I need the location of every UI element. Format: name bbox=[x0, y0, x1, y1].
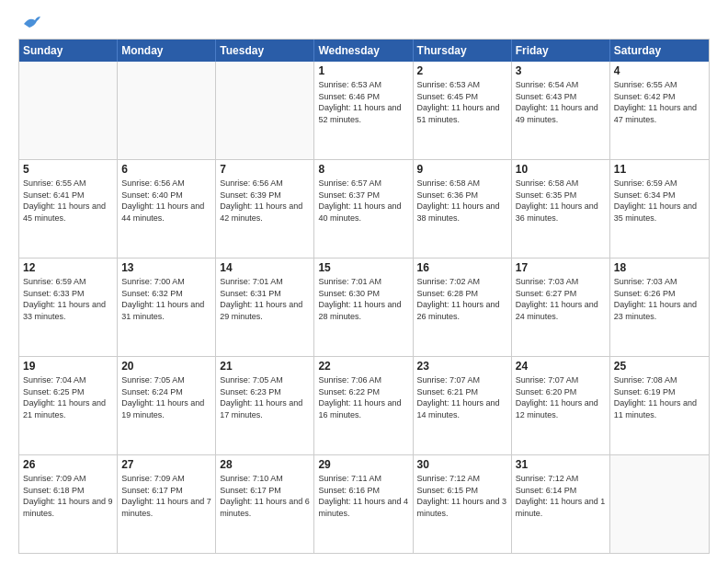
weekday-header-tuesday: Tuesday bbox=[216, 40, 314, 62]
day-number: 19 bbox=[23, 360, 113, 373]
day-number: 5 bbox=[23, 163, 113, 176]
day-number: 2 bbox=[417, 64, 507, 77]
day-number: 1 bbox=[318, 64, 408, 77]
weekday-header-friday: Friday bbox=[512, 40, 610, 62]
weekday-header-thursday: Thursday bbox=[414, 40, 512, 62]
day-number: 8 bbox=[318, 163, 408, 176]
day-number: 25 bbox=[614, 360, 705, 373]
sun-info: Sunrise: 7:10 AMSunset: 6:17 PMDaylight:… bbox=[220, 473, 310, 519]
day-cell-21: 21Sunrise: 7:05 AMSunset: 6:23 PMDayligh… bbox=[216, 357, 314, 454]
day-cell-24: 24Sunrise: 7:07 AMSunset: 6:20 PMDayligh… bbox=[512, 357, 610, 454]
day-cell-26: 26Sunrise: 7:09 AMSunset: 6:18 PMDayligh… bbox=[19, 455, 118, 553]
day-number: 15 bbox=[318, 261, 408, 274]
sun-info: Sunrise: 6:56 AMSunset: 6:40 PMDaylight:… bbox=[121, 178, 211, 224]
calendar-header: SundayMondayTuesdayWednesdayThursdayFrid… bbox=[19, 40, 709, 62]
day-cell-20: 20Sunrise: 7:05 AMSunset: 6:24 PMDayligh… bbox=[118, 357, 216, 454]
day-cell-15: 15Sunrise: 7:01 AMSunset: 6:30 PMDayligh… bbox=[314, 259, 413, 356]
sun-info: Sunrise: 7:08 AMSunset: 6:19 PMDaylight:… bbox=[614, 374, 705, 420]
day-number: 22 bbox=[318, 360, 408, 373]
empty-cell bbox=[610, 455, 709, 553]
empty-cell bbox=[19, 62, 118, 159]
day-number: 18 bbox=[614, 261, 705, 274]
day-cell-8: 8Sunrise: 6:57 AMSunset: 6:37 PMDaylight… bbox=[314, 160, 413, 258]
day-cell-11: 11Sunrise: 6:59 AMSunset: 6:34 PMDayligh… bbox=[610, 160, 709, 258]
day-number: 30 bbox=[417, 458, 507, 471]
sun-info: Sunrise: 7:01 AMSunset: 6:30 PMDaylight:… bbox=[318, 276, 408, 322]
sun-info: Sunrise: 6:59 AMSunset: 6:33 PMDaylight:… bbox=[23, 276, 113, 322]
sun-info: Sunrise: 7:00 AMSunset: 6:32 PMDaylight:… bbox=[121, 276, 211, 322]
day-cell-16: 16Sunrise: 7:02 AMSunset: 6:28 PMDayligh… bbox=[414, 259, 512, 356]
sun-info: Sunrise: 7:09 AMSunset: 6:17 PMDaylight:… bbox=[121, 473, 211, 519]
calendar-row-4: 26Sunrise: 7:09 AMSunset: 6:18 PMDayligh… bbox=[19, 454, 709, 553]
calendar-row-1: 5Sunrise: 6:55 AMSunset: 6:41 PMDaylight… bbox=[19, 159, 709, 258]
day-cell-22: 22Sunrise: 7:06 AMSunset: 6:22 PMDayligh… bbox=[314, 357, 413, 454]
sun-info: Sunrise: 6:57 AMSunset: 6:37 PMDaylight:… bbox=[318, 178, 408, 224]
calendar: SundayMondayTuesdayWednesdayThursdayFrid… bbox=[18, 39, 710, 554]
empty-cell bbox=[118, 62, 216, 159]
day-number: 31 bbox=[516, 458, 606, 471]
weekday-header-saturday: Saturday bbox=[610, 40, 709, 62]
day-number: 11 bbox=[614, 163, 705, 176]
day-cell-4: 4Sunrise: 6:55 AMSunset: 6:42 PMDaylight… bbox=[610, 62, 709, 159]
day-cell-12: 12Sunrise: 6:59 AMSunset: 6:33 PMDayligh… bbox=[19, 259, 118, 356]
day-number: 6 bbox=[121, 163, 211, 176]
day-cell-14: 14Sunrise: 7:01 AMSunset: 6:31 PMDayligh… bbox=[216, 259, 314, 356]
sun-info: Sunrise: 6:56 AMSunset: 6:39 PMDaylight:… bbox=[220, 178, 310, 224]
calendar-body: 1Sunrise: 6:53 AMSunset: 6:46 PMDaylight… bbox=[19, 62, 709, 553]
day-number: 4 bbox=[614, 64, 705, 77]
day-cell-30: 30Sunrise: 7:12 AMSunset: 6:15 PMDayligh… bbox=[414, 455, 512, 553]
day-cell-25: 25Sunrise: 7:08 AMSunset: 6:19 PMDayligh… bbox=[610, 357, 709, 454]
sun-info: Sunrise: 7:12 AMSunset: 6:15 PMDaylight:… bbox=[417, 473, 507, 519]
day-number: 28 bbox=[220, 458, 310, 471]
day-cell-6: 6Sunrise: 6:56 AMSunset: 6:40 PMDaylight… bbox=[118, 160, 216, 258]
sun-info: Sunrise: 6:53 AMSunset: 6:46 PMDaylight:… bbox=[318, 79, 408, 125]
day-cell-5: 5Sunrise: 6:55 AMSunset: 6:41 PMDaylight… bbox=[19, 160, 118, 258]
sun-info: Sunrise: 7:07 AMSunset: 6:20 PMDaylight:… bbox=[516, 374, 606, 420]
day-cell-3: 3Sunrise: 6:54 AMSunset: 6:43 PMDaylight… bbox=[512, 62, 610, 159]
day-cell-29: 29Sunrise: 7:11 AMSunset: 6:16 PMDayligh… bbox=[314, 455, 413, 553]
sun-info: Sunrise: 7:01 AMSunset: 6:31 PMDaylight:… bbox=[220, 276, 310, 322]
sun-info: Sunrise: 7:11 AMSunset: 6:16 PMDaylight:… bbox=[318, 473, 408, 519]
day-cell-27: 27Sunrise: 7:09 AMSunset: 6:17 PMDayligh… bbox=[118, 455, 216, 553]
weekday-header-wednesday: Wednesday bbox=[314, 40, 413, 62]
day-number: 7 bbox=[220, 163, 310, 176]
day-number: 24 bbox=[516, 360, 606, 373]
logo bbox=[18, 15, 42, 31]
day-cell-7: 7Sunrise: 6:56 AMSunset: 6:39 PMDaylight… bbox=[216, 160, 314, 258]
weekday-header-monday: Monday bbox=[118, 40, 216, 62]
sun-info: Sunrise: 7:03 AMSunset: 6:26 PMDaylight:… bbox=[614, 276, 705, 322]
day-cell-17: 17Sunrise: 7:03 AMSunset: 6:27 PMDayligh… bbox=[512, 259, 610, 356]
sun-info: Sunrise: 6:55 AMSunset: 6:41 PMDaylight:… bbox=[23, 178, 113, 224]
sun-info: Sunrise: 6:59 AMSunset: 6:34 PMDaylight:… bbox=[614, 178, 705, 224]
day-number: 10 bbox=[516, 163, 606, 176]
sun-info: Sunrise: 6:53 AMSunset: 6:45 PMDaylight:… bbox=[417, 79, 507, 125]
sun-info: Sunrise: 6:54 AMSunset: 6:43 PMDaylight:… bbox=[516, 79, 606, 125]
sun-info: Sunrise: 7:09 AMSunset: 6:18 PMDaylight:… bbox=[23, 473, 113, 519]
day-number: 21 bbox=[220, 360, 310, 373]
calendar-row-2: 12Sunrise: 6:59 AMSunset: 6:33 PMDayligh… bbox=[19, 258, 709, 356]
day-number: 17 bbox=[516, 261, 606, 274]
day-number: 26 bbox=[23, 458, 113, 471]
day-cell-23: 23Sunrise: 7:07 AMSunset: 6:21 PMDayligh… bbox=[414, 357, 512, 454]
day-number: 9 bbox=[417, 163, 507, 176]
page: SundayMondayTuesdayWednesdayThursdayFrid… bbox=[0, 0, 728, 563]
sun-info: Sunrise: 7:05 AMSunset: 6:23 PMDaylight:… bbox=[220, 374, 310, 420]
day-number: 20 bbox=[121, 360, 211, 373]
day-cell-9: 9Sunrise: 6:58 AMSunset: 6:36 PMDaylight… bbox=[414, 160, 512, 258]
header bbox=[18, 15, 710, 31]
day-number: 3 bbox=[516, 64, 606, 77]
sun-info: Sunrise: 7:12 AMSunset: 6:14 PMDaylight:… bbox=[516, 473, 606, 519]
sun-info: Sunrise: 6:58 AMSunset: 6:36 PMDaylight:… bbox=[417, 178, 507, 224]
day-cell-13: 13Sunrise: 7:00 AMSunset: 6:32 PMDayligh… bbox=[118, 259, 216, 356]
day-number: 12 bbox=[23, 261, 113, 274]
sun-info: Sunrise: 7:03 AMSunset: 6:27 PMDaylight:… bbox=[516, 276, 606, 322]
sun-info: Sunrise: 7:05 AMSunset: 6:24 PMDaylight:… bbox=[121, 374, 211, 420]
day-cell-10: 10Sunrise: 6:58 AMSunset: 6:35 PMDayligh… bbox=[512, 160, 610, 258]
day-cell-31: 31Sunrise: 7:12 AMSunset: 6:14 PMDayligh… bbox=[512, 455, 610, 553]
sun-info: Sunrise: 6:55 AMSunset: 6:42 PMDaylight:… bbox=[614, 79, 705, 125]
day-cell-2: 2Sunrise: 6:53 AMSunset: 6:45 PMDaylight… bbox=[414, 62, 512, 159]
day-cell-28: 28Sunrise: 7:10 AMSunset: 6:17 PMDayligh… bbox=[216, 455, 314, 553]
day-cell-19: 19Sunrise: 7:04 AMSunset: 6:25 PMDayligh… bbox=[19, 357, 118, 454]
weekday-header-sunday: Sunday bbox=[19, 40, 118, 62]
calendar-row-0: 1Sunrise: 6:53 AMSunset: 6:46 PMDaylight… bbox=[19, 62, 709, 159]
